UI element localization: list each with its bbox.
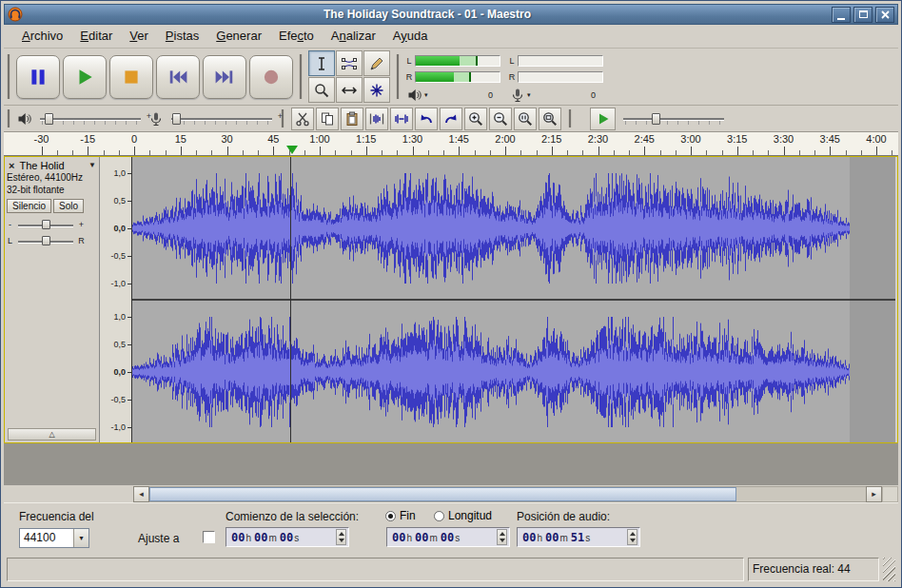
menu-editar[interactable]: Editar <box>71 25 121 48</box>
selection-end-field[interactable]: 00h00m00s <box>386 527 510 547</box>
timeline-tick <box>335 150 336 155</box>
output-volume-slider[interactable]: + <box>38 111 143 127</box>
zoom-tool-button[interactable] <box>308 77 335 103</box>
timeline-label: 3:30 <box>774 133 794 145</box>
scale-tick <box>127 228 131 229</box>
zoom-out-button[interactable] <box>489 108 512 130</box>
timeline-tick <box>737 147 738 155</box>
toolbar-grip[interactable] <box>7 54 10 99</box>
meter-channel-l: L <box>508 54 603 69</box>
menu-efecto[interactable]: Efecto <box>270 25 323 48</box>
skip-end-button[interactable] <box>203 55 246 99</box>
meter-scale-label: 0 <box>591 90 596 100</box>
time-digit: 00 <box>231 531 245 544</box>
skip-start-button[interactable] <box>156 55 200 99</box>
menu-analizar[interactable]: Analizar <box>323 25 384 48</box>
toolbar-grip[interactable] <box>568 109 572 127</box>
slider-thumb[interactable] <box>42 236 50 245</box>
selection-tool-button[interactable] <box>308 50 335 76</box>
track-close-button[interactable]: × <box>7 160 16 171</box>
menu-ver[interactable]: Ver <box>121 25 157 48</box>
track-area[interactable]: × The Holid ▼ Estéreo, 44100Hz 32-bit fl… <box>4 156 898 485</box>
slider-thumb[interactable] <box>172 113 181 125</box>
project-rate-combo[interactable]: 44100 ▾ <box>19 528 89 548</box>
stop-button[interactable] <box>109 55 153 99</box>
menu-generar[interactable]: Generar <box>207 25 270 48</box>
waveform-area <box>132 157 897 442</box>
redo-button[interactable] <box>440 108 462 130</box>
gain-slider[interactable] <box>16 218 75 231</box>
slider-track <box>171 118 272 120</box>
timeshift-tool-button[interactable] <box>336 77 363 103</box>
undo-button[interactable] <box>415 108 438 130</box>
waveform-canvas[interactable] <box>132 157 895 442</box>
spinner-icon[interactable] <box>497 529 507 545</box>
slider-thumb[interactable] <box>45 113 53 125</box>
vertical-ruler[interactable]: 1,00,50,0-0,5-1,01,00,50,0-0,5-1,0 <box>100 157 132 442</box>
chevron-down-icon[interactable]: ▾ <box>73 529 88 547</box>
toolbar-grip[interactable] <box>299 54 303 99</box>
meter-bar-track <box>518 55 603 67</box>
solo-button[interactable]: Solo <box>53 199 84 213</box>
snap-to-checkbox[interactable] <box>203 531 215 543</box>
slider-thumb[interactable] <box>42 220 50 229</box>
draw-tool-button[interactable] <box>363 50 390 76</box>
play-button[interactable] <box>63 55 107 99</box>
selection-start-field[interactable]: 00h00m00s <box>226 527 349 547</box>
pan-slider[interactable] <box>16 234 75 247</box>
radio-end[interactable]: Fin <box>385 509 416 522</box>
timeline-label: 3:00 <box>680 133 700 145</box>
zoom-in-button[interactable] <box>464 108 487 130</box>
title-bar[interactable]: The Holiday Soundtrack - 01 - Maestro <box>4 4 898 25</box>
play-at-speed-button[interactable] <box>590 108 616 130</box>
timeline-ruler[interactable]: -30-1501530451:001:151:301:452:002:152:3… <box>4 132 898 156</box>
slider-thumb[interactable] <box>652 113 660 125</box>
copy-button[interactable] <box>316 108 339 130</box>
input-volume-slider[interactable]: + <box>169 111 274 127</box>
silence-button[interactable] <box>390 108 413 130</box>
trim-button[interactable] <box>365 108 388 130</box>
scale-tick <box>127 173 131 174</box>
timeline-tick <box>211 150 212 155</box>
menu-ayuda[interactable]: Ayuda <box>384 25 437 48</box>
minimize-button[interactable] <box>832 7 851 23</box>
cut-button[interactable] <box>291 108 314 130</box>
vertical-scale-label: -1,0 <box>110 279 126 288</box>
mute-button[interactable]: Silencio <box>7 199 51 213</box>
timeline-label: 2:30 <box>588 133 608 145</box>
chevron-down-icon[interactable]: ▾ <box>424 91 428 99</box>
paste-button[interactable] <box>341 108 363 130</box>
close-button[interactable] <box>875 7 894 23</box>
time-unit: s <box>294 533 299 543</box>
track-menu-button[interactable]: ▼ <box>88 161 97 169</box>
maximize-button[interactable] <box>853 7 873 23</box>
resize-grip[interactable] <box>883 558 895 581</box>
zoom-fit-button[interactable] <box>539 108 561 130</box>
scrollbar-track[interactable] <box>149 486 866 502</box>
audio-position-field[interactable]: 00h00m51s <box>517 527 640 547</box>
chevron-down-icon[interactable]: ▾ <box>527 91 531 99</box>
timeline-label: 4:00 <box>866 133 886 145</box>
menu-archivo[interactable]: Archivo <box>13 25 71 48</box>
playback-speed-slider[interactable] <box>621 111 726 127</box>
menu-pistas[interactable]: Pistas <box>157 25 207 48</box>
toolbar-grip[interactable] <box>396 54 400 99</box>
scrollbar-thumb[interactable] <box>149 487 736 501</box>
recording-meter[interactable]: LR <box>508 51 603 88</box>
pan-slider-row: L R <box>7 232 97 248</box>
toolbar-grip[interactable] <box>7 109 10 127</box>
pause-button[interactable] <box>16 55 60 99</box>
record-button[interactable] <box>249 55 293 99</box>
scroll-right-button[interactable]: ▸ <box>866 486 882 502</box>
envelope-tool-button[interactable] <box>336 50 363 76</box>
slider-ticks <box>173 121 270 125</box>
radio-length[interactable]: Longitud <box>434 509 492 522</box>
playback-meter[interactable]: LR <box>405 51 500 88</box>
spinner-icon[interactable] <box>336 529 346 545</box>
spinner-icon[interactable] <box>627 529 637 545</box>
scroll-left-button[interactable]: ◂ <box>133 486 149 502</box>
track-title-bar: × The Holid ▼ <box>7 158 97 172</box>
multi-tool-button[interactable] <box>363 77 390 103</box>
track-collapse-button[interactable]: △ <box>8 428 96 441</box>
zoom-sel-button[interactable] <box>514 108 537 130</box>
